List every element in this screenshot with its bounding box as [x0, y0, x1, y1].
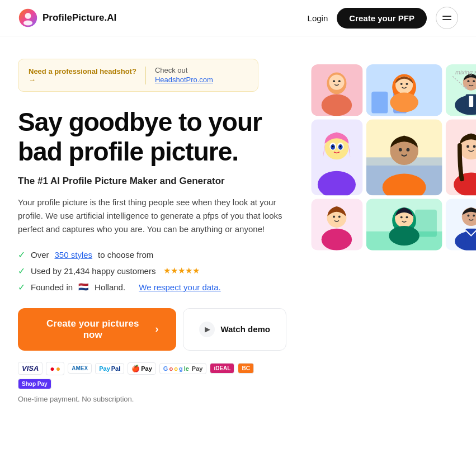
banner-text: Need a professional headshot? → [29, 67, 136, 84]
svg-point-24 [400, 83, 403, 85]
hamburger-line-1 [442, 16, 451, 17]
check-icon-3: ✓ [18, 282, 25, 293]
play-icon: ▶ [199, 322, 215, 337]
mastercard-badge: ●● [46, 362, 64, 375]
create-button-label: Create your pictures now [36, 318, 149, 341]
headshot-pro-link[interactable]: HeadshotPro.com [155, 76, 213, 84]
star-rating: ★★★★★ [163, 266, 200, 276]
svg-point-53 [466, 145, 469, 148]
photo-7 [311, 199, 362, 250]
main-content: Need a professional headshot? → Check ou… [0, 36, 476, 414]
svg-point-67 [406, 216, 408, 218]
hero-heading-line2: bad profile picture. [18, 137, 238, 166]
bancontact-badge: BC [238, 363, 253, 374]
svg-point-2 [23, 21, 32, 26]
banner-checkout-text: Check out [155, 66, 213, 74]
svg-point-41 [332, 145, 334, 147]
profile-picture-collage: mixing styles [309, 64, 476, 266]
menu-button[interactable] [436, 7, 458, 29]
apple-pay-badge: 🍎 Pay [128, 362, 156, 375]
svg-point-74 [473, 215, 475, 217]
left-column: Need a professional headshot? → Check ou… [18, 59, 286, 403]
ideal-badge: iDEAL [210, 363, 234, 374]
svg-text:mixing styles: mixing styles [455, 69, 476, 76]
photo-5 [366, 119, 442, 201]
watch-demo-button[interactable]: ▶ Watch demo [183, 308, 286, 351]
one-time-payment-text: One-time payment. No subscription. [18, 395, 286, 403]
svg-point-16 [333, 80, 335, 82]
chevron-right-icon: › [155, 323, 158, 335]
banner-link-area: Check out HeadshotPro.com [155, 66, 213, 84]
svg-point-68 [389, 226, 419, 246]
svg-point-56 [322, 229, 352, 251]
hamburger-line-2 [442, 19, 451, 20]
svg-rect-30 [469, 96, 473, 106]
amex-badge: AMEX [68, 363, 92, 374]
google-pay-badge: Google Pay [159, 363, 207, 374]
login-button[interactable]: Login [308, 13, 328, 23]
item3-prefix: Founded in [31, 282, 73, 292]
headshot-banner[interactable]: Need a professional headshot? → Check ou… [18, 59, 258, 92]
hero-body: Your profile picture is the first thing … [18, 196, 286, 236]
data-policy-link[interactable]: We respect your data. [139, 282, 220, 292]
item3-middle: Holland. [95, 282, 125, 292]
photo-8 [366, 199, 442, 250]
logo-icon [18, 8, 38, 28]
svg-point-73 [467, 215, 469, 217]
visa-badge: VISA [18, 362, 43, 375]
photo-6 [446, 119, 476, 196]
check-icon-1: ✓ [18, 249, 25, 260]
netherlands-flag: 🇳🇱 [78, 282, 89, 292]
item1-prefix: Over [31, 250, 49, 260]
payment-methods: VISA ●● AMEX PayPal 🍎 Pay Google Pay iDE… [18, 362, 286, 389]
svg-point-17 [338, 80, 341, 82]
checklist-item-customers: ✓ Used by 21,434 happy customers ★★★★★ [18, 266, 286, 276]
hero-subheading: The #1 AI Profile Picture Maker and Gene… [18, 176, 286, 187]
svg-point-66 [400, 216, 403, 218]
svg-point-32 [467, 80, 469, 82]
svg-point-14 [322, 95, 352, 116]
photo-2 [366, 64, 442, 116]
logo[interactable]: ProfilePicture.AI [18, 8, 116, 28]
feature-checklist: ✓ Over 350 styles to choose from ✓ Used … [18, 249, 286, 293]
checklist-item-founded: ✓ Founded in 🇳🇱 Holland. We respect your… [18, 282, 286, 293]
svg-point-58 [333, 215, 335, 218]
check-icon-2: ✓ [18, 266, 25, 276]
create-pictures-button[interactable]: Create your pictures now › [18, 308, 176, 351]
cta-buttons: Create your pictures now › ▶ Watch demo [18, 308, 286, 351]
svg-point-15 [329, 74, 344, 89]
paypal-badge: PayPal [95, 363, 124, 374]
hero-heading: Say goodbye to your bad profile picture. [18, 107, 286, 167]
svg-point-33 [473, 80, 475, 82]
banner-arrow: → [29, 76, 136, 84]
banner-divider [145, 67, 146, 84]
svg-point-35 [318, 171, 356, 199]
right-column: mixing styles [309, 59, 476, 266]
svg-point-48 [399, 148, 402, 152]
svg-point-49 [406, 148, 409, 152]
photo-4 [311, 119, 362, 198]
svg-point-26 [390, 93, 418, 112]
hero-heading-line1: Say goodbye to your [18, 107, 262, 136]
photo-1 [311, 64, 362, 116]
svg-point-1 [25, 13, 31, 19]
svg-point-59 [338, 215, 341, 218]
svg-rect-20 [371, 92, 388, 114]
svg-point-25 [406, 83, 408, 85]
logo-text: ProfilePicture.AI [43, 12, 116, 23]
item1-suffix: to choose from [98, 250, 153, 260]
watch-demo-label: Watch demo [220, 324, 270, 334]
nav-actions: Login Create your PFP [308, 7, 458, 29]
styles-link[interactable]: 350 styles [55, 250, 93, 260]
svg-point-42 [340, 145, 341, 147]
svg-point-46 [383, 174, 426, 201]
create-pfp-button[interactable]: Create your PFP [337, 8, 427, 29]
shop-pay-badge: Shop Pay [18, 379, 51, 389]
navbar: ProfilePicture.AI Login Create your PFP [0, 0, 476, 36]
checklist-item-styles: ✓ Over 350 styles to choose from [18, 249, 286, 260]
photo-9 [446, 199, 476, 251]
item2-text: Used by 21,434 happy customers [31, 266, 155, 276]
svg-point-54 [473, 145, 476, 148]
banner-label: Need a professional headshot? [29, 67, 136, 76]
